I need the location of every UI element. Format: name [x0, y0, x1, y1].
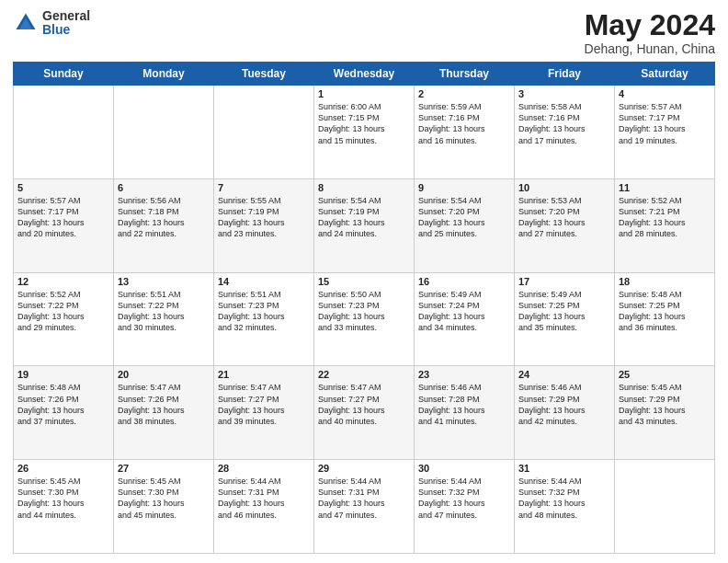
day-number: 1	[318, 88, 410, 99]
calendar-cell: 19Sunrise: 5:48 AM Sunset: 7:26 PM Dayli…	[14, 366, 114, 460]
calendar-cell: 18Sunrise: 5:48 AM Sunset: 7:25 PM Dayli…	[615, 272, 715, 366]
day-number: 5	[17, 182, 109, 193]
cell-info: Sunrise: 5:52 AM Sunset: 7:21 PM Dayligh…	[619, 195, 711, 240]
cell-info: Sunrise: 5:47 AM Sunset: 7:27 PM Dayligh…	[218, 382, 310, 427]
calendar-cell: 15Sunrise: 5:50 AM Sunset: 7:23 PM Dayli…	[314, 272, 415, 366]
cell-info: Sunrise: 5:54 AM Sunset: 7:20 PM Dayligh…	[418, 195, 510, 240]
calendar-table: SundayMondayTuesdayWednesdayThursdayFrid…	[13, 62, 715, 554]
day-number: 28	[218, 463, 310, 474]
calendar-week-row: 26Sunrise: 5:45 AM Sunset: 7:30 PM Dayli…	[14, 460, 715, 554]
calendar-cell: 13Sunrise: 5:51 AM Sunset: 7:22 PM Dayli…	[114, 272, 214, 366]
weekday-header: Saturday	[615, 63, 715, 86]
calendar-cell: 7Sunrise: 5:55 AM Sunset: 7:19 PM Daylig…	[214, 178, 314, 272]
calendar-week-row: 1Sunrise: 6:00 AM Sunset: 7:15 PM Daylig…	[14, 86, 715, 179]
page: General Blue May 2024 Dehang, Hunan, Chi…	[0, 0, 728, 563]
cell-info: Sunrise: 5:49 AM Sunset: 7:24 PM Dayligh…	[418, 289, 510, 334]
day-number: 4	[619, 88, 711, 99]
logo-blue-text: Blue	[42, 23, 90, 37]
weekday-header: Wednesday	[314, 63, 415, 86]
day-number: 2	[418, 88, 510, 99]
calendar-week-row: 5Sunrise: 5:57 AM Sunset: 7:17 PM Daylig…	[14, 178, 715, 272]
day-number: 8	[318, 182, 410, 193]
cell-info: Sunrise: 5:44 AM Sunset: 7:32 PM Dayligh…	[418, 476, 510, 521]
day-number: 6	[118, 182, 210, 193]
day-number: 7	[218, 182, 310, 193]
day-number: 16	[418, 276, 510, 287]
logo-general-text: General	[42, 9, 90, 23]
calendar-cell: 29Sunrise: 5:44 AM Sunset: 7:31 PM Dayli…	[314, 460, 415, 554]
cell-info: Sunrise: 5:49 AM Sunset: 7:25 PM Dayligh…	[518, 289, 610, 334]
weekday-header: Monday	[114, 63, 214, 86]
calendar-cell	[214, 86, 314, 179]
day-number: 31	[518, 463, 610, 474]
cell-info: Sunrise: 5:48 AM Sunset: 7:25 PM Dayligh…	[619, 289, 711, 334]
calendar-cell: 23Sunrise: 5:46 AM Sunset: 7:28 PM Dayli…	[415, 366, 515, 460]
calendar-cell	[615, 460, 715, 554]
calendar-cell: 4Sunrise: 5:57 AM Sunset: 7:17 PM Daylig…	[615, 86, 715, 179]
cell-info: Sunrise: 5:48 AM Sunset: 7:26 PM Dayligh…	[17, 382, 109, 427]
cell-info: Sunrise: 5:56 AM Sunset: 7:18 PM Dayligh…	[118, 195, 210, 240]
day-number: 15	[318, 276, 410, 287]
cell-info: Sunrise: 5:47 AM Sunset: 7:26 PM Dayligh…	[118, 382, 210, 427]
header: General Blue May 2024 Dehang, Hunan, Chi…	[13, 9, 715, 56]
cell-info: Sunrise: 5:59 AM Sunset: 7:16 PM Dayligh…	[418, 101, 510, 146]
day-number: 13	[118, 276, 210, 287]
calendar-cell: 25Sunrise: 5:45 AM Sunset: 7:29 PM Dayli…	[615, 366, 715, 460]
cell-info: Sunrise: 5:44 AM Sunset: 7:31 PM Dayligh…	[318, 476, 410, 521]
cell-info: Sunrise: 5:55 AM Sunset: 7:19 PM Dayligh…	[218, 195, 310, 240]
day-number: 11	[619, 182, 711, 193]
day-number: 30	[418, 463, 510, 474]
weekday-header: Friday	[515, 63, 615, 86]
calendar-cell: 24Sunrise: 5:46 AM Sunset: 7:29 PM Dayli…	[515, 366, 615, 460]
logo: General Blue	[13, 9, 90, 38]
calendar-cell	[14, 86, 114, 179]
calendar-cell: 6Sunrise: 5:56 AM Sunset: 7:18 PM Daylig…	[114, 178, 214, 272]
cell-info: Sunrise: 6:00 AM Sunset: 7:15 PM Dayligh…	[318, 101, 410, 146]
calendar-week-row: 12Sunrise: 5:52 AM Sunset: 7:22 PM Dayli…	[14, 272, 715, 366]
calendar-cell: 30Sunrise: 5:44 AM Sunset: 7:32 PM Dayli…	[415, 460, 515, 554]
day-number: 27	[118, 463, 210, 474]
calendar-cell: 31Sunrise: 5:44 AM Sunset: 7:32 PM Dayli…	[515, 460, 615, 554]
cell-info: Sunrise: 5:45 AM Sunset: 7:30 PM Dayligh…	[118, 476, 210, 521]
cell-info: Sunrise: 5:51 AM Sunset: 7:22 PM Dayligh…	[118, 289, 210, 334]
calendar-cell: 12Sunrise: 5:52 AM Sunset: 7:22 PM Dayli…	[14, 272, 114, 366]
day-number: 25	[619, 369, 711, 380]
cell-info: Sunrise: 5:47 AM Sunset: 7:27 PM Dayligh…	[318, 382, 410, 427]
calendar-week-row: 19Sunrise: 5:48 AM Sunset: 7:26 PM Dayli…	[14, 366, 715, 460]
calendar-cell: 8Sunrise: 5:54 AM Sunset: 7:19 PM Daylig…	[314, 178, 415, 272]
calendar-cell: 2Sunrise: 5:59 AM Sunset: 7:16 PM Daylig…	[415, 86, 515, 179]
day-number: 12	[17, 276, 109, 287]
day-number: 14	[218, 276, 310, 287]
cell-info: Sunrise: 5:44 AM Sunset: 7:31 PM Dayligh…	[218, 476, 310, 521]
cell-info: Sunrise: 5:52 AM Sunset: 7:22 PM Dayligh…	[17, 289, 109, 334]
calendar-header-row: SundayMondayTuesdayWednesdayThursdayFrid…	[14, 63, 715, 86]
day-number: 9	[418, 182, 510, 193]
calendar-cell: 28Sunrise: 5:44 AM Sunset: 7:31 PM Dayli…	[214, 460, 314, 554]
cell-info: Sunrise: 5:57 AM Sunset: 7:17 PM Dayligh…	[619, 101, 711, 146]
logo-icon	[13, 10, 39, 36]
cell-info: Sunrise: 5:44 AM Sunset: 7:32 PM Dayligh…	[518, 476, 610, 521]
day-number: 18	[619, 276, 711, 287]
calendar-cell: 14Sunrise: 5:51 AM Sunset: 7:23 PM Dayli…	[214, 272, 314, 366]
cell-info: Sunrise: 5:57 AM Sunset: 7:17 PM Dayligh…	[17, 195, 109, 240]
calendar-cell: 3Sunrise: 5:58 AM Sunset: 7:16 PM Daylig…	[515, 86, 615, 179]
calendar-cell: 10Sunrise: 5:53 AM Sunset: 7:20 PM Dayli…	[515, 178, 615, 272]
calendar-cell: 11Sunrise: 5:52 AM Sunset: 7:21 PM Dayli…	[615, 178, 715, 272]
cell-info: Sunrise: 5:54 AM Sunset: 7:19 PM Dayligh…	[318, 195, 410, 240]
day-number: 3	[518, 88, 610, 99]
calendar-cell: 1Sunrise: 6:00 AM Sunset: 7:15 PM Daylig…	[314, 86, 415, 179]
weekday-header: Tuesday	[214, 63, 314, 86]
calendar-cell: 27Sunrise: 5:45 AM Sunset: 7:30 PM Dayli…	[114, 460, 214, 554]
day-number: 23	[418, 369, 510, 380]
weekday-header: Thursday	[415, 63, 515, 86]
location: Dehang, Hunan, China	[585, 41, 715, 56]
calendar-cell: 20Sunrise: 5:47 AM Sunset: 7:26 PM Dayli…	[114, 366, 214, 460]
cell-info: Sunrise: 5:46 AM Sunset: 7:28 PM Dayligh…	[418, 382, 510, 427]
day-number: 19	[17, 369, 109, 380]
calendar-cell: 21Sunrise: 5:47 AM Sunset: 7:27 PM Dayli…	[214, 366, 314, 460]
cell-info: Sunrise: 5:58 AM Sunset: 7:16 PM Dayligh…	[518, 101, 610, 146]
day-number: 29	[318, 463, 410, 474]
day-number: 10	[518, 182, 610, 193]
calendar-cell: 9Sunrise: 5:54 AM Sunset: 7:20 PM Daylig…	[415, 178, 515, 272]
day-number: 22	[318, 369, 410, 380]
